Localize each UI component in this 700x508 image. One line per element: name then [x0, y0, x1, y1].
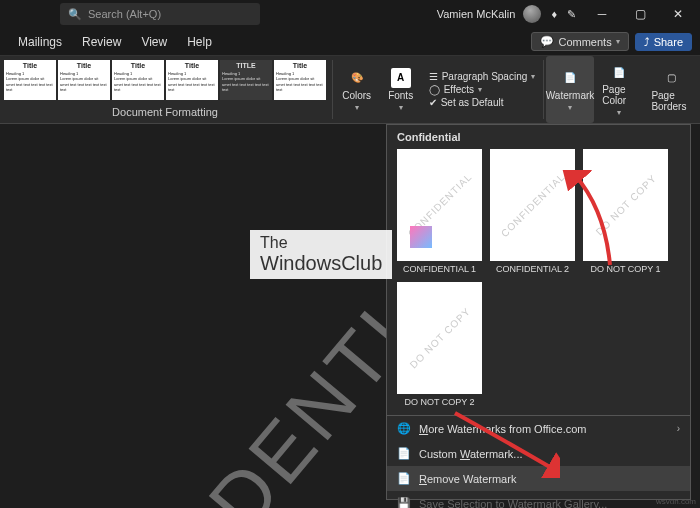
- search-icon: 🔍: [68, 8, 82, 21]
- close-button[interactable]: ✕: [660, 2, 696, 26]
- search-placeholder: Search (Alt+Q): [88, 8, 161, 20]
- search-input[interactable]: 🔍 Search (Alt+Q): [60, 3, 260, 25]
- paragraph-spacing-button[interactable]: ☰ Paragraph Spacing ▾: [429, 71, 536, 82]
- fonts-button[interactable]: A Fonts▾: [379, 56, 423, 123]
- panel-section-header: Confidential: [387, 125, 690, 149]
- page-icon: 📄: [397, 447, 411, 460]
- fonts-icon: A: [391, 68, 411, 88]
- watermark-dropdown: Confidential CONFIDENTIALCONFIDENTIAL 1C…: [386, 124, 691, 500]
- custom-watermark-item[interactable]: 📄 Custom Watermark...: [387, 441, 690, 466]
- style-thumb[interactable]: TitleHeading 1Lorem ipsum dolor sit amet…: [4, 60, 56, 100]
- avatar: [523, 5, 541, 23]
- globe-icon: 🌐: [397, 422, 411, 435]
- style-thumb[interactable]: TitleHeading 1Lorem ipsum dolor sit amet…: [58, 60, 110, 100]
- set-as-default-button[interactable]: ✔ Set as Default: [429, 97, 536, 108]
- page-color-button[interactable]: 📄 Page Color▾: [594, 56, 643, 123]
- save-icon: 💾: [397, 497, 411, 508]
- page-borders-button[interactable]: ▢ Page Borders: [643, 56, 700, 123]
- share-button[interactable]: ⤴ Share: [635, 33, 692, 51]
- watermark-option[interactable]: CONFIDENTIALCONFIDENTIAL 2: [490, 149, 575, 274]
- comments-button[interactable]: 💬 Comments ▾: [531, 32, 628, 51]
- user-account[interactable]: Vamien McKalin: [437, 5, 542, 23]
- style-thumb[interactable]: TitleHeading 1Lorem ipsum dolor sit amet…: [274, 60, 326, 100]
- maximize-button[interactable]: ▢: [622, 2, 658, 26]
- minimize-button[interactable]: ─: [584, 2, 620, 26]
- more-watermarks-item[interactable]: 🌐 More Watermarks from Office.com ›: [387, 416, 690, 441]
- page-color-icon: 📄: [609, 62, 629, 82]
- gallery-label: Document Formatting: [0, 104, 330, 122]
- chevron-right-icon: ›: [677, 423, 680, 434]
- page-borders-icon: ▢: [662, 68, 682, 88]
- remove-watermark-item[interactable]: 📄 Remove Watermark: [387, 466, 690, 491]
- tab-view[interactable]: View: [131, 31, 177, 53]
- watermark-option[interactable]: DO NOT COPYDO NOT COPY 1: [583, 149, 668, 274]
- user-name: Vamien McKalin: [437, 8, 516, 20]
- diamond-icon[interactable]: ♦: [551, 8, 557, 20]
- colors-icon: 🎨: [347, 68, 367, 88]
- source-logo-icon: [410, 226, 432, 248]
- style-thumb[interactable]: TitleHeading 1Lorem ipsum dolor sit amet…: [112, 60, 164, 100]
- style-thumb[interactable]: TitleHeading 1Lorem ipsum dolor sit amet…: [166, 60, 218, 100]
- page-icon: 📄: [397, 472, 411, 485]
- tab-mailings[interactable]: Mailings: [8, 31, 72, 53]
- style-gallery[interactable]: TitleHeading 1Lorem ipsum dolor sit amet…: [0, 56, 330, 104]
- pen-icon[interactable]: ✎: [567, 8, 576, 21]
- save-selection-item: 💾 Save Selection to Watermark Gallery...: [387, 491, 690, 508]
- style-thumb[interactable]: TITLEHeading 1Lorem ipsum dolor sit amet…: [220, 60, 272, 100]
- effects-button[interactable]: ◯ Effects ▾: [429, 84, 536, 95]
- source-logo-overlay: The WindowsClub: [250, 230, 392, 279]
- titlebar: 🔍 Search (Alt+Q) Vamien McKalin ♦ ✎ ─ ▢ …: [0, 0, 700, 28]
- ribbon: TitleHeading 1Lorem ipsum dolor sit amet…: [0, 56, 700, 124]
- colors-button[interactable]: 🎨 Colors▾: [335, 56, 379, 123]
- ribbon-tabs: Mailings Review View Help 💬 Comments ▾ ⤴…: [0, 28, 700, 56]
- tab-help[interactable]: Help: [177, 31, 222, 53]
- watermark-option[interactable]: CONFIDENTIALCONFIDENTIAL 1: [397, 149, 482, 274]
- watermark-button[interactable]: 📄 Watermark▾: [546, 56, 594, 123]
- watermark-option[interactable]: DO NOT COPYDO NOT COPY 2: [397, 282, 482, 407]
- tab-review[interactable]: Review: [72, 31, 131, 53]
- watermark-icon: 📄: [560, 68, 580, 88]
